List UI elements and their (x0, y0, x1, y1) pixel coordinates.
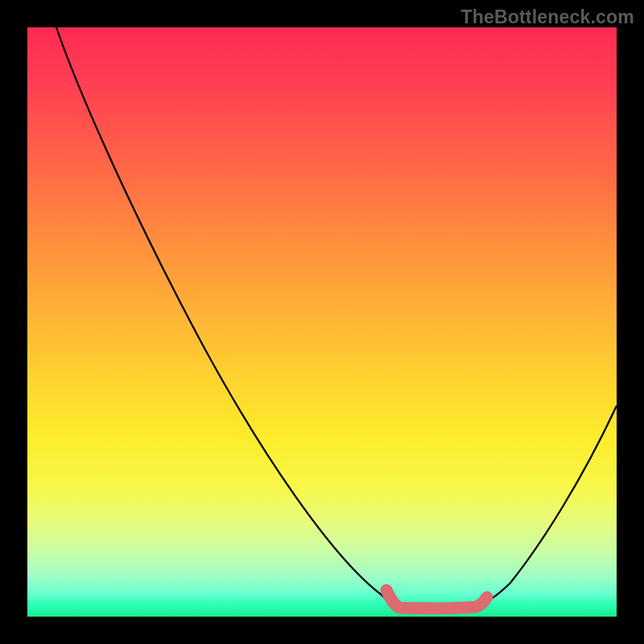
watermark-text: TheBottleneck.com (460, 6, 634, 28)
bottleneck-curve (56, 27, 617, 609)
plot-area (27, 27, 617, 617)
chart-container: TheBottleneck.com (0, 0, 644, 644)
chart-svg (27, 27, 617, 617)
optimal-segment (386, 590, 487, 609)
